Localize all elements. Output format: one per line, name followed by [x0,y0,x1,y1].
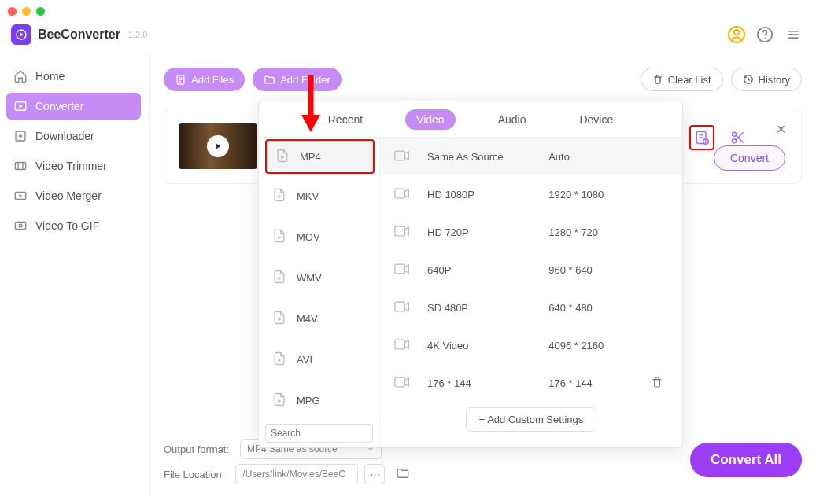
svg-point-3 [734,30,739,35]
resolution-list[interactable]: Same As SourceAutoHD 1080P1920 * 1080HD … [380,138,682,447]
resolution-row[interactable]: 4K Video4096 * 2160 [380,326,682,364]
sidebar-item-label: Video Merger [35,189,102,202]
tab-device[interactable]: Device [568,109,624,130]
clear-list-label: Clear List [668,74,711,86]
file-format-icon [271,187,287,205]
svg-point-5 [764,38,765,39]
format-item-mpg[interactable]: MPG [259,380,379,421]
format-item-m4v[interactable]: M4V [259,298,379,339]
app-version: 1.2.0 [128,30,147,39]
tab-recent[interactable]: Recent [317,109,374,130]
svg-rect-12 [15,163,26,170]
file-format-icon [271,351,287,369]
add-folder-button[interactable]: Add Folder [253,68,342,91]
resolution-row[interactable]: HD 1080P1920 * 1080 [380,175,682,213]
tab-video[interactable]: Video [405,109,456,130]
resolution-value: 1920 * 1080 [548,189,644,200]
file-location-value: /Users/link/Movies/BeeC [242,469,345,480]
user-account-icon[interactable] [725,23,748,46]
format-label: M4V [297,313,318,325]
format-item-mov[interactable]: MOV [259,216,379,257]
file-location-field[interactable]: /Users/link/Movies/BeeC [235,464,358,484]
format-settings-icon[interactable] [689,125,714,150]
resolution-row[interactable]: SD 480P640 * 480 [380,289,682,326]
sidebar-item-label: Downloader [35,130,94,142]
resolution-row[interactable]: HD 720P1280 * 720 [380,213,682,251]
sidebar-item-home[interactable]: Home [6,63,141,90]
resolution-row[interactable]: Same As SourceAuto [380,138,682,175]
sidebar-item-label: Video To GIF [35,219,99,232]
convert-all-label: Convert All [711,452,781,467]
resolution-name: Same As Source [427,151,542,163]
video-icon [394,377,421,390]
close-icon[interactable]: ✕ [773,122,788,137]
resolution-name: 176 * 144 [427,377,542,389]
window-minimize-dot[interactable] [22,7,31,16]
file-format-icon [275,148,290,166]
resolution-name: HD 720P [427,226,542,238]
svg-rect-37 [395,151,404,160]
delete-icon[interactable] [651,376,668,391]
svg-rect-42 [395,340,404,349]
video-icon [394,226,421,239]
play-icon [207,135,229,157]
svg-rect-40 [395,264,404,274]
history-label: History [759,74,790,86]
add-files-button[interactable]: Add Files [164,68,245,91]
svg-marker-1 [20,32,24,36]
sidebar-item-video-trimmer[interactable]: Video Trimmer [6,153,141,179]
format-label: MPG [297,395,320,407]
window-traffic-lights [0,0,816,16]
resolution-value: Auto [548,151,644,163]
file-format-icon [271,228,287,246]
sidebar-item-video-to-gif[interactable]: Video To GIF [6,212,141,239]
tab-audio[interactable]: Audio [487,109,537,130]
popup-tabs: Recent Video Audio Device [259,101,682,138]
file-format-icon [271,392,287,410]
format-list[interactable]: MP4MKVMOVWMVM4VAVIMPG [259,138,380,447]
resolution-value: 4096 * 2160 [548,340,644,351]
video-icon [394,150,421,164]
history-button[interactable]: History [731,68,802,91]
video-icon [394,188,421,201]
format-item-avi[interactable]: AVI [259,339,379,380]
format-search-input[interactable] [265,424,373,443]
resolution-row[interactable]: 640P960 * 640 [380,251,682,289]
svg-rect-15 [15,223,26,230]
toolbar: Add Files Add Folder Clear List History [164,68,802,91]
svg-rect-41 [395,302,404,311]
svg-marker-10 [20,105,24,109]
convert-all-button[interactable]: Convert All [690,443,802,477]
format-item-wmv[interactable]: WMV [259,257,379,298]
file-format-icon [271,269,287,287]
file-location-label: File Location: [164,469,224,480]
more-options-button[interactable]: ⋯ [364,464,385,484]
window-zoom-dot[interactable] [36,7,45,16]
format-label: MKV [297,190,319,202]
add-files-label: Add Files [191,74,234,86]
video-thumbnail[interactable] [179,123,257,169]
clear-list-button[interactable]: Clear List [641,68,723,91]
format-item-mp4[interactable]: MP4 [265,139,375,174]
resolution-value: 176 * 144 [548,377,644,389]
format-item-mkv[interactable]: MKV [259,175,379,216]
app-bar: BeeConverter 1.2.0 [0,16,816,53]
svg-point-16 [19,224,22,227]
svg-marker-33 [278,277,281,280]
window-close-dot[interactable] [8,7,17,16]
sidebar-item-downloader[interactable]: Downloader [6,123,141,149]
sidebar-item-video-merger[interactable]: Video Merger [6,182,141,209]
menu-icon[interactable] [781,23,805,46]
open-folder-icon[interactable] [396,466,410,483]
svg-marker-32 [278,236,281,239]
format-popup: Recent Video Audio Device MP4MKVMOVWMVM4… [258,101,683,448]
sidebar-item-converter[interactable]: Converter [6,93,141,120]
sidebar: Home Converter Downloader Video Trimmer … [0,53,150,498]
resolution-name: HD 1080P [427,189,542,200]
add-custom-settings-button[interactable]: + Add Custom Settings [466,407,597,432]
app-logo [11,24,31,45]
video-icon [394,301,421,315]
resolution-row[interactable]: 176 * 144176 * 144 [380,364,682,402]
convert-button[interactable]: Convert [714,145,785,171]
help-icon[interactable] [753,23,777,46]
